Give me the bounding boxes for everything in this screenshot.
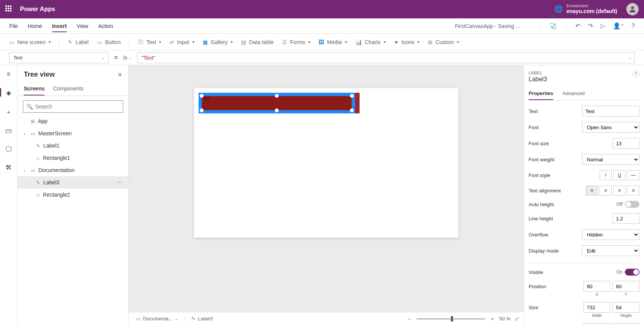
- design-canvas[interactable]: Text: [129, 65, 524, 312]
- prop-fontsize-input[interactable]: [613, 138, 639, 149]
- align-right-button[interactable]: ≡: [613, 185, 626, 195]
- menu-home[interactable]: Home: [28, 20, 42, 32]
- close-icon[interactable]: ✕: [118, 72, 122, 78]
- property-selector[interactable]: Text⌄: [9, 53, 109, 63]
- prop-padbottom-input[interactable]: [613, 323, 639, 325]
- icons-button[interactable]: ✦Icons▾: [394, 39, 419, 45]
- share-icon[interactable]: 👤⁺: [613, 22, 624, 30]
- app-icon: ⊞: [31, 118, 35, 124]
- help-icon[interactable]: ?: [631, 23, 635, 30]
- hamburger-icon[interactable]: ≡: [7, 71, 11, 78]
- tree-view-title: Tree view: [24, 71, 55, 79]
- redo-icon[interactable]: ↷: [588, 22, 593, 30]
- resize-handle[interactable]: [275, 108, 279, 112]
- label-button[interactable]: ✎Label: [68, 39, 89, 45]
- tree-item-rectangle1[interactable]: ◇Rectangle1: [18, 152, 128, 164]
- play-icon[interactable]: ▷: [601, 22, 605, 30]
- screen-icon: ▭: [136, 316, 141, 322]
- prop-width-input[interactable]: [583, 302, 610, 313]
- custom-button[interactable]: ⊞Custom▾: [428, 39, 459, 45]
- tab-advanced[interactable]: Advanced: [562, 88, 585, 100]
- tree-screen-masterscreen[interactable]: ⌄▭MasterScreen: [18, 127, 128, 140]
- prop-x-input[interactable]: [583, 281, 610, 292]
- app-checker-icon[interactable]: 🩺: [549, 22, 557, 30]
- prop-font-select[interactable]: Open Sans: [582, 122, 639, 133]
- control-name[interactable]: Label3: [529, 76, 639, 83]
- tree-app-node[interactable]: ⊞App: [18, 115, 128, 127]
- data-icon[interactable]: 🗃: [5, 127, 12, 135]
- zoom-out-button[interactable]: −: [406, 316, 412, 322]
- breadcrumb-control[interactable]: ✎ Label3: [189, 314, 215, 323]
- tab-components[interactable]: Components: [53, 83, 83, 95]
- menu-insert[interactable]: Insert: [52, 20, 67, 32]
- menu-view[interactable]: View: [77, 20, 88, 32]
- resize-handle[interactable]: [200, 94, 204, 98]
- menu-file[interactable]: File: [9, 20, 18, 32]
- prop-overflow-select[interactable]: Hidden: [582, 229, 639, 240]
- resize-handle[interactable]: [200, 108, 204, 112]
- button-button[interactable]: ▭Button: [97, 39, 120, 45]
- resize-handle[interactable]: [275, 94, 279, 98]
- text-align-buttons: ≡ ≡ ≡ ≡: [586, 185, 639, 195]
- align-justify-button[interactable]: ≡: [627, 185, 639, 195]
- zoom-in-button[interactable]: +: [489, 316, 495, 322]
- prop-text-input[interactable]: [582, 106, 639, 117]
- media-button[interactable]: 🖼Media▾: [319, 39, 347, 45]
- tree-view-icon[interactable]: ◈: [6, 89, 11, 97]
- breadcrumb-screen[interactable]: ▭ Documenta... ⌄: [133, 314, 181, 323]
- prop-fontweight-select[interactable]: Normal: [582, 154, 639, 165]
- italic-button[interactable]: I: [600, 170, 612, 180]
- prop-lineheight-input[interactable]: [613, 213, 639, 224]
- screen-documentation[interactable]: Text: [194, 88, 458, 238]
- resize-handle[interactable]: [350, 108, 354, 112]
- prop-height-input[interactable]: [613, 302, 639, 313]
- undo-icon[interactable]: ↶: [575, 22, 580, 30]
- tools-icon[interactable]: 🛠: [5, 164, 12, 172]
- gallery-button[interactable]: ▦Gallery▾: [203, 39, 233, 45]
- panel-help-icon[interactable]: ?: [632, 71, 639, 77]
- fit-to-screen-icon[interactable]: ⤢: [514, 316, 519, 322]
- environment-name: enayu.com (default): [567, 8, 617, 14]
- tree-screen-documentation[interactable]: ⌄▭Documentation: [18, 164, 128, 176]
- tree-item-rectangle2[interactable]: ◇Rectangle2: [18, 189, 128, 201]
- forms-button[interactable]: ☰Forms▾: [282, 39, 310, 45]
- caret-down-icon[interactable]: ⌄: [23, 168, 28, 172]
- new-screen-button[interactable]: ▭New screen▾: [9, 39, 51, 45]
- fx-icon[interactable]: fx⌄: [123, 55, 132, 61]
- input-button[interactable]: ⇄Input▾: [169, 39, 194, 45]
- user-avatar[interactable]: [626, 3, 639, 15]
- visible-toggle[interactable]: [625, 269, 639, 276]
- expand-formula-icon[interactable]: ⌄: [628, 56, 631, 60]
- tab-screens[interactable]: Screens: [24, 83, 44, 95]
- align-center-button[interactable]: ≡: [600, 185, 612, 195]
- datatable-button[interactable]: ▤Data table: [241, 39, 274, 45]
- formula-input[interactable]: "Text" ⌄: [137, 53, 635, 63]
- app-launcher-icon[interactable]: [5, 5, 13, 13]
- zoom-slider[interactable]: [416, 318, 485, 320]
- caret-down-icon[interactable]: ⌄: [23, 131, 28, 136]
- resize-handle[interactable]: [350, 94, 354, 98]
- menu-action[interactable]: Action: [98, 20, 113, 32]
- underline-button[interactable]: U: [613, 170, 626, 180]
- insert-pane-icon[interactable]: ＋: [5, 108, 12, 117]
- prop-displaymode-select[interactable]: Edit: [582, 245, 639, 256]
- tree-search[interactable]: 🔍: [23, 100, 123, 113]
- autoheight-toggle[interactable]: [625, 201, 639, 208]
- tree-item-label3[interactable]: ✎Label3 ⋯: [18, 176, 128, 189]
- tab-properties[interactable]: Properties: [529, 88, 553, 100]
- strikethrough-button[interactable]: —: [627, 170, 639, 180]
- align-left-button[interactable]: ≡: [586, 185, 598, 195]
- tree-item-label1[interactable]: ✎Label1: [18, 140, 128, 152]
- charts-button[interactable]: 📊Charts▾: [355, 39, 386, 45]
- text-button[interactable]: ⓉText▾: [138, 39, 161, 46]
- prop-padtop-input[interactable]: [583, 323, 610, 325]
- search-input[interactable]: [35, 103, 120, 110]
- prop-y-input[interactable]: [613, 281, 639, 292]
- more-icon[interactable]: ⋯: [117, 179, 123, 185]
- equals-sign: =: [114, 54, 118, 61]
- properties-panel: ? LABEL Label3 Properties Advanced Text …: [524, 65, 644, 325]
- button-icon: ▭: [97, 39, 102, 45]
- label3-control[interactable]: Text: [199, 93, 355, 113]
- media-pane-icon[interactable]: 🖵: [5, 146, 12, 153]
- environment-picker[interactable]: 🌐 Environment enayu.com (default): [554, 4, 617, 14]
